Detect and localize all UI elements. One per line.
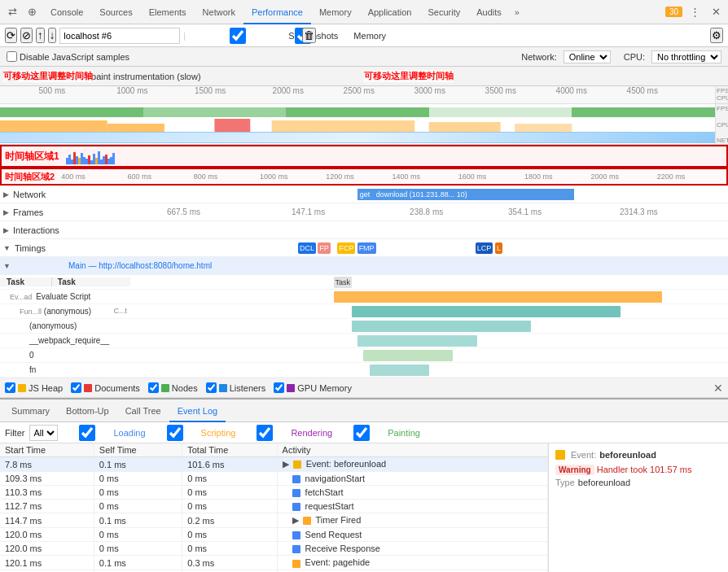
col-activity[interactable]: Activity — [277, 443, 547, 457]
row1-total: 0 ms — [182, 472, 277, 486]
documents-checkbox[interactable] — [71, 382, 81, 393]
col-total-time[interactable]: Total Time — [182, 443, 277, 457]
filter-all-select[interactable]: All — [29, 425, 58, 441]
flame-webpack-content — [130, 334, 728, 347]
tab-performance[interactable]: Performance — [243, 0, 311, 24]
row6-self: 0 ms — [94, 542, 182, 556]
painting-filter[interactable]: Painting — [337, 425, 420, 441]
frames-row-content: 667.5 ms 147.1 ms 238.8 ms 354.1 ms 2314… — [68, 205, 725, 220]
flame-row-anon2: (anonymous) — [0, 319, 728, 334]
event-row-5[interactable]: 120.0 ms 0 ms 0 ms Send Request — [0, 528, 548, 542]
tab-sources[interactable]: Sources — [91, 0, 140, 24]
disable-js-samples-label[interactable]: Disable JavaScript samples — [7, 51, 129, 62]
cpu-select[interactable]: No throttling — [651, 50, 721, 63]
panel-close-btn[interactable]: ✕ — [713, 382, 723, 395]
eval-block — [334, 291, 663, 303]
scripting-checkbox[interactable] — [151, 425, 200, 441]
row4-total: 0.2 ms — [182, 513, 277, 528]
scripting-filter[interactable]: Scripting — [151, 425, 236, 441]
tab-bottom-up[interactable]: Bottom-Up — [58, 400, 117, 422]
gpu-memory-checkbox[interactable] — [274, 382, 284, 393]
devtools-icon-1[interactable]: ⇄ — [3, 3, 21, 21]
settings-gear-btn[interactable]: ⚙ — [710, 28, 723, 43]
dot-3 — [292, 503, 300, 511]
main-label-row: ▼ Main — http://localhost:8080/home.html — [0, 257, 728, 275]
frames-chevron[interactable]: ▶ — [3, 208, 9, 216]
row7-start: 120.1 ms — [0, 556, 94, 570]
rendering-checkbox[interactable] — [240, 425, 289, 441]
tab-summary[interactable]: Summary — [3, 400, 58, 422]
ruler-4500: 4500 ms — [627, 86, 658, 95]
more-tabs-btn[interactable]: » — [510, 7, 524, 17]
event-row-7[interactable]: 120.1 ms 0.1 ms 0.3 ms Event: pagehide — [0, 556, 548, 570]
network-row: ▶ Network get download (101.231.88... 10… — [0, 186, 728, 203]
import-btn[interactable]: ↑ — [36, 28, 45, 43]
js-heap-checkbox[interactable] — [5, 382, 15, 393]
devtools-icon-2[interactable]: ⊕ — [23, 3, 41, 21]
col-start-time[interactable]: Start Time — [0, 443, 94, 457]
network-select[interactable]: Online — [564, 50, 611, 63]
row2-activity: fetchStart — [277, 486, 547, 500]
time-2000: 2000 ms — [590, 172, 656, 181]
frames-row: ▶ Frames 667.5 ms 147.1 ms 238.8 ms 354.… — [0, 203, 728, 221]
export-btn[interactable]: ↓ — [48, 28, 57, 43]
task-block: Task — [334, 277, 352, 288]
frame-time-4: 354.1 ms — [508, 207, 542, 216]
gpu-memory-color — [287, 384, 295, 392]
timings-chevron[interactable]: ▼ — [3, 244, 11, 252]
heap-checkboxes-bar: JS Heap Documents Nodes Listeners GPU Me… — [0, 378, 728, 398]
tab-audits[interactable]: Audits — [468, 0, 510, 24]
warning-badge[interactable]: 30 — [665, 7, 682, 17]
listeners-checkbox[interactable] — [206, 382, 217, 393]
nodes-checkbox[interactable] — [148, 382, 159, 393]
screenshots-checkbox-label[interactable]: Screenshots — [189, 28, 251, 44]
interactions-chevron[interactable]: ▶ — [3, 226, 9, 234]
expand-icon-4[interactable]: ▶ — [292, 515, 299, 525]
event-row-0[interactable]: 7.8 ms 0.1 ms 101.6 ms ▶ Event: beforeun… — [0, 457, 548, 472]
reload-btn[interactable]: ⟳ — [5, 28, 17, 43]
disable-js-samples-checkbox[interactable] — [7, 51, 17, 62]
dot-0 — [293, 461, 301, 469]
loading-filter[interactable]: Loading — [63, 425, 145, 441]
type-value: beforeunload — [578, 478, 630, 487]
tab-console[interactable]: Console — [42, 0, 91, 24]
tab-application[interactable]: Application — [360, 0, 420, 24]
flame-chart: Task Task Task Ev...ad Evaluate Script F… — [0, 275, 728, 378]
close-devtools-btn[interactable]: ✕ — [707, 3, 725, 21]
tab-memory[interactable]: Memory — [311, 0, 360, 24]
painting-checkbox[interactable] — [337, 425, 386, 441]
delete-recording-btn[interactable]: 🗑 — [302, 28, 316, 43]
expand-icon-0[interactable]: ▶ — [283, 459, 289, 469]
network-chevron[interactable]: ▶ — [3, 190, 9, 199]
url-input[interactable] — [59, 28, 180, 44]
event-row-4[interactable]: 114.7 ms 0.1 ms 0.2 ms ▶ Timer Fired — [0, 513, 548, 528]
tab-security[interactable]: Security — [419, 0, 468, 24]
dot-2 — [292, 489, 300, 497]
settings-btn[interactable]: ⋮ — [686, 3, 704, 21]
timeline-region1[interactable]: 时间轴区域1 — [0, 145, 728, 168]
clear-btn[interactable]: ⊘ — [20, 28, 33, 43]
ruler-4000: 4000 ms — [556, 86, 587, 95]
event-log-table-area[interactable]: Start Time Self Time Total Time Activity… — [0, 443, 549, 572]
event-row-6[interactable]: 120.0 ms 0 ms 0 ms Receive Response — [0, 542, 548, 556]
heap-listeners: Listeners — [206, 382, 266, 393]
ruler-1000: 1000 ms — [116, 86, 147, 95]
col-self-time[interactable]: Self Time — [94, 443, 182, 457]
memory-checkbox-label[interactable]: Memory — [254, 28, 299, 44]
network-row-label: ▶ Network — [3, 190, 68, 199]
flame-anon2-content — [130, 320, 728, 333]
tab-call-tree[interactable]: Call Tree — [117, 400, 169, 422]
loading-checkbox[interactable] — [63, 425, 112, 441]
event-row-1[interactable]: 109.3 ms 0 ms 0 ms navigationStart — [0, 472, 548, 486]
rendering-filter[interactable]: Rendering — [240, 425, 332, 441]
tab-event-log[interactable]: Event Log — [169, 400, 226, 422]
tab-network[interactable]: Network — [195, 0, 243, 24]
frames-row-label: ▶ Frames — [3, 207, 68, 217]
flame-row-0: 0 — [0, 348, 728, 363]
tab-elements[interactable]: Elements — [141, 0, 195, 24]
timeline-region2[interactable]: 时间轴区域2 400 ms 600 ms 800 ms 1000 ms 1200… — [0, 168, 728, 186]
event-row-2[interactable]: 110.3 ms 0 ms 0 ms fetchStart — [0, 486, 548, 500]
event-row-3[interactable]: 112.7 ms 0 ms 0 ms requestStart — [0, 500, 548, 513]
listeners-color — [219, 384, 227, 392]
main-chevron[interactable]: ▼ — [3, 262, 11, 270]
